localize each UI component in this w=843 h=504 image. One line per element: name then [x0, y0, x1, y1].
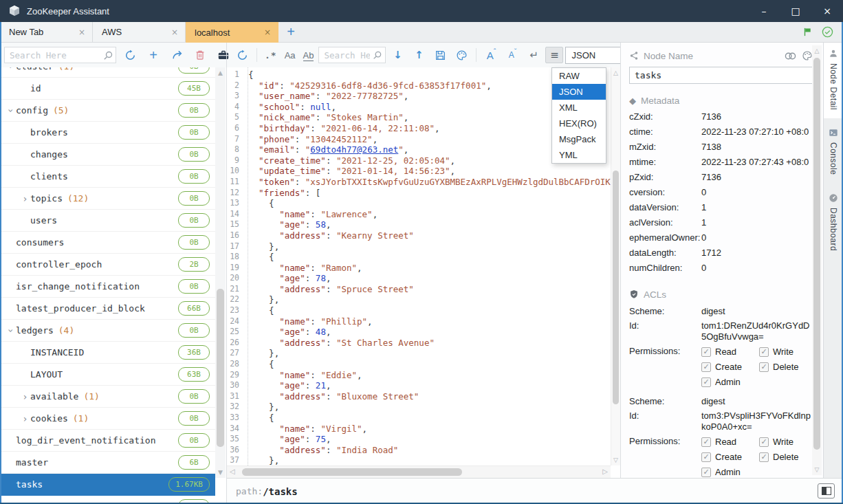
tree-item-clients[interactable]: clients0B — [0, 166, 215, 188]
line-content[interactable]: { — [243, 69, 254, 80]
tree-item-log-dir-event-notification[interactable]: log_dir_event_notification0B — [0, 430, 215, 452]
tree-item-master[interactable]: master6B — [0, 452, 215, 474]
detail-scrollbar[interactable]: △ ▽ — [812, 45, 822, 475]
permission-checkbox-admin[interactable]: ✓Admin — [701, 466, 759, 478]
line-content[interactable]: "school": null, — [243, 102, 336, 113]
chevron-down-icon[interactable]: › — [6, 67, 16, 72]
permission-checkbox-read[interactable]: ✓Read — [701, 346, 759, 358]
line-content[interactable]: "name": "Ramon", — [243, 263, 362, 274]
format-option-raw[interactable]: RAW — [552, 68, 606, 84]
title-bar[interactable]: ZooKeeper Assistant –□× — [0, 0, 843, 22]
chevron-right-icon[interactable]: › — [20, 194, 30, 204]
node-name-input[interactable] — [629, 67, 813, 84]
checkbox-checked-icon[interactable]: ✓ — [701, 437, 711, 447]
tree-item-topics[interactable]: ›topics(12)0B — [0, 188, 215, 210]
line-content[interactable]: "name": "Virgil", — [243, 424, 367, 435]
tree-item-users[interactable]: users0B — [0, 210, 215, 232]
tree-item-cluster[interactable]: ›cluster(1)0B — [0, 67, 215, 78]
add-node-button[interactable]: + — [144, 45, 163, 65]
line-content[interactable]: "age": 75, — [243, 434, 331, 445]
checkbox-checked-icon[interactable]: ✓ — [759, 452, 769, 462]
line-content[interactable]: "create_time": "2021-12-25, 02:05:04", — [243, 155, 455, 166]
save-icon[interactable] — [430, 45, 450, 65]
font-decrease-button[interactable]: Aˇ — [503, 45, 522, 65]
line-content[interactable]: "age": 21, — [243, 380, 331, 391]
line-content[interactable]: "update_time": "2021-01-14, 14:56:23", — [243, 166, 455, 177]
scroll-left-icon[interactable]: ◁ — [230, 468, 235, 475]
line-content[interactable]: }, — [243, 455, 279, 465]
tree-scrollbar[interactable]: ▲ ▼ — [215, 67, 226, 478]
checkbox-checked-icon[interactable]: ✓ — [701, 452, 711, 462]
window-minimize-button[interactable]: – — [748, 0, 780, 22]
side-tab-dashboard[interactable]: Dashboard — [824, 187, 843, 259]
scroll-down-icon[interactable]: ▼ — [215, 468, 226, 476]
side-tab-console[interactable]: Console — [824, 122, 843, 184]
regex-toggle-button[interactable]: .* — [262, 50, 280, 61]
panel-toggle-button[interactable] — [818, 483, 835, 498]
tree-scrollbar-thumb[interactable] — [217, 289, 224, 447]
link-icon[interactable] — [784, 52, 797, 61]
side-tab-node-detail[interactable]: Node Detail — [824, 43, 843, 118]
tree-item-id[interactable]: id45B — [0, 78, 215, 100]
line-numbers-toggle-button[interactable]: ≡ — [545, 47, 563, 63]
checkbox-checked-icon[interactable]: ✓ — [759, 437, 769, 447]
line-content[interactable]: "age": 78, — [243, 273, 331, 284]
editor-vertical-scrollbar[interactable]: △ ▽ — [611, 67, 620, 465]
format-option-msgpack[interactable]: MsgPack — [552, 131, 606, 147]
line-content[interactable]: { — [243, 413, 274, 424]
flag-icon[interactable] — [802, 27, 813, 37]
line-content[interactable]: "nick_name": "Stokes Martin", — [243, 112, 408, 123]
scroll-up-icon[interactable]: △ — [812, 47, 822, 55]
scroll-up-icon[interactable]: △ — [611, 69, 620, 77]
tree-item-controller-epoch[interactable]: controller_epoch2B — [0, 254, 215, 276]
search-icon[interactable] — [372, 50, 383, 61]
line-content[interactable]: "token": "xsJYorbTXXItsKwpfvGuUzuGYXBMBE… — [243, 177, 611, 188]
chevron-right-icon[interactable]: › — [20, 414, 30, 424]
checkbox-checked-icon[interactable]: ✓ — [759, 347, 769, 357]
tab-localhost[interactable]: localhost× — [186, 22, 278, 43]
tree-item-config[interactable]: ›config(5)0B — [0, 100, 215, 122]
tree-item-instanceid[interactable]: INSTANCEID36B — [0, 342, 215, 364]
line-content[interactable]: { — [243, 359, 274, 370]
line-content[interactable]: "user_name": "2022-77782725", — [243, 91, 408, 102]
format-option-hex-ro[interactable]: HEX(RO) — [552, 116, 606, 131]
palette-icon[interactable] — [802, 50, 813, 61]
toolbox-icon[interactable] — [214, 45, 233, 65]
permission-checkbox-admin[interactable]: ✓Admin — [701, 376, 759, 388]
line-content[interactable]: "address": "St Charles Avenue" — [243, 338, 435, 349]
line-content[interactable]: { — [243, 305, 274, 316]
match-case-button[interactable]: Aa — [282, 50, 298, 61]
trash-icon[interactable] — [190, 45, 210, 65]
tab-close-icon[interactable]: × — [171, 28, 178, 37]
tree-item-available[interactable]: ›available(1)0B — [0, 386, 215, 408]
line-content[interactable]: "name": "Phillip", — [243, 316, 373, 327]
tab-aws[interactable]: AWS× — [93, 22, 186, 42]
redo-button[interactable] — [167, 45, 186, 65]
tree-item-tasks[interactable]: tasks1.67KB — [0, 474, 215, 496]
scroll-right-icon[interactable]: ▷ — [602, 468, 608, 475]
detail-scrollbar-thumb[interactable] — [813, 58, 820, 450]
find-previous-icon[interactable]: ↑ — [409, 45, 428, 65]
checkbox-checked-icon[interactable]: ✓ — [701, 377, 711, 387]
refresh-data-button[interactable] — [232, 45, 252, 65]
line-content[interactable]: "address": "Spruce Street" — [243, 284, 414, 295]
tree-item-brokers[interactable]: brokers0B — [0, 122, 215, 144]
chevron-right-icon[interactable]: › — [20, 392, 30, 402]
tab-new-tab[interactable]: New Tab× — [0, 22, 93, 42]
line-content[interactable]: "address": "Kearny Street" — [243, 230, 414, 241]
scroll-down-icon[interactable]: ▽ — [611, 456, 620, 464]
line-content[interactable]: "email": "69dto4h77@263.net", — [243, 144, 408, 155]
new-tab-button[interactable]: + — [278, 22, 303, 42]
font-increase-button[interactable]: Aˆ — [481, 45, 501, 65]
line-content[interactable]: "birthday": "2021-06-14, 22:11:08", — [243, 123, 440, 134]
line-content[interactable]: "address": "India Road" — [243, 445, 398, 456]
search-icon[interactable] — [102, 50, 113, 61]
checkbox-checked-icon[interactable]: ✓ — [759, 362, 769, 372]
line-content[interactable]: { — [243, 198, 274, 209]
tree-search-input[interactable] — [5, 47, 116, 63]
find-next-icon[interactable]: ↓ — [388, 45, 407, 65]
line-content[interactable]: "friends": [ — [243, 188, 320, 199]
tree-item-cookies[interactable]: ›cookies(1)0B — [0, 408, 215, 430]
line-content[interactable]: }, — [243, 348, 279, 359]
chevron-down-icon[interactable]: › — [6, 105, 16, 116]
